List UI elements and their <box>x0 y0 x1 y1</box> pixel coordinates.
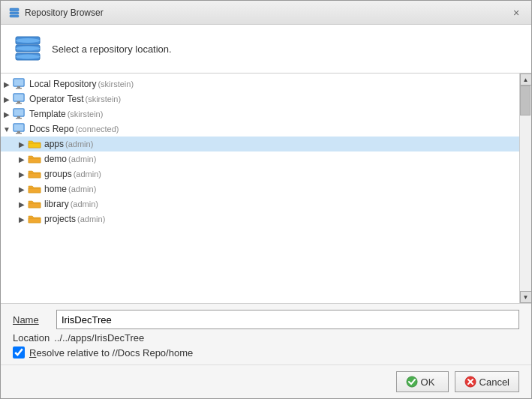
tree-item-sub: (admin) <box>68 184 96 194</box>
tree-item-label: demo <box>44 154 67 164</box>
name-label: Name <box>13 314 50 326</box>
scroll-track <box>520 86 531 291</box>
svg-rect-15 <box>16 103 22 104</box>
svg-rect-16 <box>14 94 23 100</box>
header-text: Select a repository location. <box>52 44 172 55</box>
title-text: Repository Browser <box>25 8 104 18</box>
repository-browser-dialog: Repository Browser × Select a repository… <box>0 0 532 399</box>
monitor-icon <box>13 78 26 90</box>
svg-rect-23 <box>16 133 22 134</box>
location-value: ../../apps/IrisDecTree <box>54 332 144 344</box>
tree-item[interactable]: ▶ library (admin) <box>1 196 519 212</box>
svg-rect-24 <box>14 124 23 130</box>
ok-button[interactable]: OK <box>396 371 449 392</box>
resolve-row: Resolve relative to //Docs Repo/home <box>13 346 519 358</box>
cancel-icon <box>464 376 476 388</box>
tree-item[interactable]: ▶ home (admin) <box>1 182 519 196</box>
tree-item-sub: (connected) <box>75 124 119 134</box>
tree-item[interactable]: ▶ demo (admin) <box>1 152 519 166</box>
svg-rect-22 <box>17 131 20 133</box>
tree-item-label: projects <box>44 214 76 224</box>
tree-item-label: Template <box>29 109 66 119</box>
tree-expander[interactable]: ▶ <box>1 93 13 105</box>
resolve-checkbox[interactable] <box>13 346 25 358</box>
scroll-down-button[interactable]: ▼ <box>520 291 532 303</box>
svg-point-7 <box>16 46 40 51</box>
folder-icon <box>28 153 41 165</box>
tree-scrollbar[interactable]: ▲ ▼ <box>519 74 531 303</box>
tree-item[interactable]: ▶ Operator Test (skirstein) <box>1 92 519 106</box>
tree-expander[interactable]: ▶ <box>16 168 28 180</box>
svg-rect-20 <box>14 110 23 116</box>
tree-item-sub: (skirstein) <box>98 80 134 88</box>
monitor-icon <box>13 108 26 120</box>
tree-expander[interactable]: ▶ <box>1 108 13 120</box>
tree-item[interactable]: ▶ apps (admin) <box>1 136 519 152</box>
title-bar-left: Repository Browser <box>8 7 104 19</box>
title-icon <box>8 7 20 19</box>
svg-rect-12 <box>14 80 23 86</box>
tree-expander[interactable]: ▼ <box>1 123 13 135</box>
location-label: Location <box>13 332 50 344</box>
monitor-icon <box>13 123 26 135</box>
tree-container[interactable]: ▶ Local Repository (skirstein)▶ Operator… <box>1 74 519 303</box>
tree-item-sub: (admin) <box>74 170 101 178</box>
svg-rect-2 <box>10 15 19 17</box>
tree-item-label: apps <box>44 139 64 149</box>
tree-item-sub: (skirstein) <box>68 110 104 118</box>
database-icon <box>13 34 43 64</box>
tree-item[interactable]: ▶ groups (admin) <box>1 166 519 182</box>
tree-item-label: Local Repository <box>29 79 96 89</box>
tree-expander[interactable]: ▶ <box>16 213 28 225</box>
svg-rect-14 <box>17 101 20 103</box>
tree-item-sub: (admin) <box>65 140 93 148</box>
tree-item[interactable]: ▶ projects (admin) <box>1 212 519 226</box>
close-button[interactable]: × <box>509 5 524 20</box>
tree-section: ▶ Local Repository (skirstein)▶ Operator… <box>1 74 531 304</box>
tree-item-label: library <box>44 199 69 209</box>
svg-point-8 <box>16 55 40 59</box>
svg-rect-19 <box>16 118 22 119</box>
monitor-icon <box>13 93 26 105</box>
folder-icon <box>28 198 41 210</box>
tree-expander[interactable]: ▶ <box>16 198 28 210</box>
tree-item[interactable]: ▶ Template (skirstein) <box>1 106 519 122</box>
resolve-label: Resolve relative to //Docs Repo/home <box>29 347 193 358</box>
svg-rect-1 <box>10 12 19 14</box>
tree-item-label: home <box>44 184 67 194</box>
tree-expander[interactable]: ▶ <box>1 78 13 90</box>
folder-icon <box>28 213 41 225</box>
folder-icon <box>28 168 41 180</box>
header-section: Select a repository location. <box>1 25 531 74</box>
folder-icon <box>28 183 41 195</box>
tree-item-sub: (admin) <box>77 214 105 224</box>
tree-item-label: groups <box>44 169 72 179</box>
scroll-up-button[interactable]: ▲ <box>520 74 532 86</box>
tree-expander[interactable]: ▶ <box>16 138 28 150</box>
name-input[interactable] <box>56 310 519 329</box>
svg-rect-18 <box>17 116 20 118</box>
svg-rect-11 <box>16 88 22 89</box>
svg-rect-0 <box>10 8 19 11</box>
tree-item-sub: (skirstein) <box>85 94 121 104</box>
svg-point-6 <box>16 38 40 43</box>
svg-rect-10 <box>17 86 20 88</box>
button-section: OK Cancel <box>1 365 531 398</box>
scroll-thumb[interactable] <box>520 86 530 116</box>
name-row: Name <box>13 310 519 329</box>
form-section: Name Location ../../apps/IrisDecTree Res… <box>1 304 531 365</box>
tree-item[interactable]: ▼ Docs Repo (connected) <box>1 122 519 136</box>
tree-item-label: Operator Test <box>29 94 83 104</box>
tree-item-sub: (admin) <box>71 200 98 208</box>
location-row: Location ../../apps/IrisDecTree <box>13 332 519 344</box>
folder-icon <box>28 138 41 150</box>
cancel-button[interactable]: Cancel <box>455 371 519 392</box>
title-bar: Repository Browser × <box>1 1 531 25</box>
tree-item-sub: (admin) <box>68 154 96 164</box>
ok-icon <box>406 376 418 388</box>
tree-item-label: Docs Repo <box>29 124 74 134</box>
tree-item[interactable]: ▶ Local Repository (skirstein) <box>1 76 519 92</box>
tree-expander[interactable]: ▶ <box>16 153 28 165</box>
tree-expander[interactable]: ▶ <box>16 183 28 195</box>
